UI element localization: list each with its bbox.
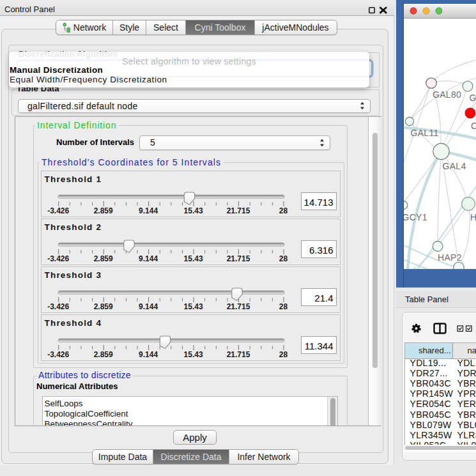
svg-text:C: C <box>471 121 476 131</box>
svg-text:GAL4: GAL4 <box>443 160 466 171</box>
svg-text:GAL11: GAL11 <box>411 128 439 138</box>
svg-text:GA: GA <box>470 93 476 103</box>
svg-text:H: H <box>470 212 476 222</box>
svg-text:HAP2: HAP2 <box>438 252 462 262</box>
svg-text:GCY1: GCY1 <box>404 211 427 222</box>
svg-text:GAL80: GAL80 <box>433 89 461 99</box>
